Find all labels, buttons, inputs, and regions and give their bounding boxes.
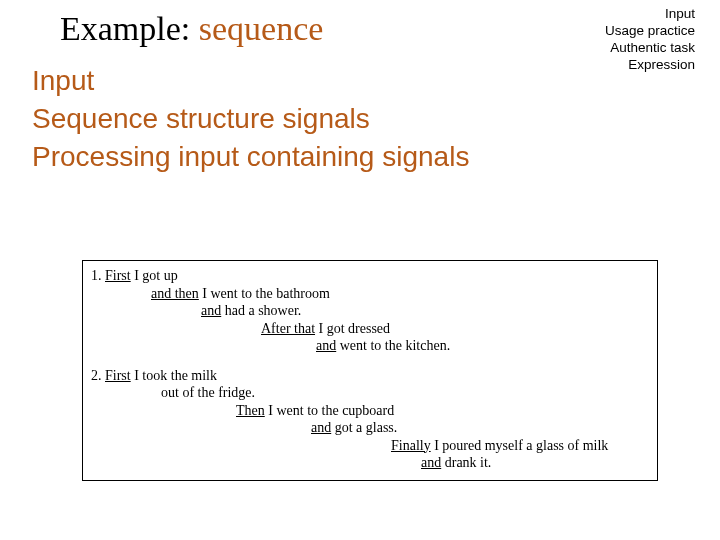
example-step: 2. First I took the milk	[91, 367, 649, 385]
body-line: Sequence structure signals	[32, 100, 692, 138]
title-accent: sequence	[199, 10, 324, 47]
example-step: and went to the kitchen.	[91, 337, 649, 355]
example-step: and then I went to the bathroom	[91, 285, 649, 303]
body-text: Input Sequence structure signals Process…	[32, 62, 692, 175]
title-plain: Example:	[60, 10, 199, 47]
example-step: and had a shower.	[91, 302, 649, 320]
example-step: out of the fridge.	[91, 384, 649, 402]
top-right-item: Authentic task	[605, 40, 695, 57]
example-step: and drank it.	[91, 454, 649, 472]
top-right-item: Usage practice	[605, 23, 695, 40]
example-step: Then I went to the cupboard	[91, 402, 649, 420]
examples-box: 1. First I got upand then I went to the …	[82, 260, 658, 481]
example-step: and got a glass.	[91, 419, 649, 437]
example-step: 1. First I got up	[91, 267, 649, 285]
body-line: Processing input containing signals	[32, 138, 692, 176]
example-step: Finally I poured myself a glass of milk	[91, 437, 649, 455]
top-right-item: Input	[605, 6, 695, 23]
example-paragraph: 1. First I got upand then I went to the …	[91, 267, 649, 355]
slide: Example: sequence Input Usage practice A…	[0, 0, 720, 540]
example-paragraph: 2. First I took the milkout of the fridg…	[91, 367, 649, 472]
example-step: After that I got dressed	[91, 320, 649, 338]
body-line: Input	[32, 62, 692, 100]
slide-title: Example: sequence	[60, 10, 323, 48]
